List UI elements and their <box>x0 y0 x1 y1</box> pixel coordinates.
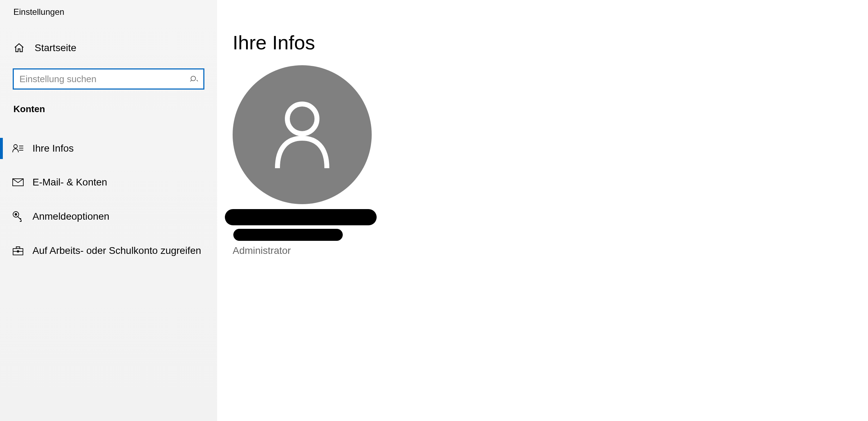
sidebar-item-label: Ihre Infos <box>32 143 74 154</box>
person-icon <box>270 99 334 170</box>
sidebar-item-work-school[interactable]: Auf Arbeits- oder Schulkonto zugreifen <box>0 237 217 264</box>
briefcase-icon <box>10 245 32 256</box>
svg-rect-13 <box>17 251 19 252</box>
home-button[interactable]: Startseite <box>0 37 217 59</box>
sidebar-item-email-accounts[interactable]: E-Mail- & Konten <box>0 169 217 196</box>
category-label: Konten <box>0 104 217 115</box>
redacted-line <box>233 229 343 241</box>
sidebar-item-your-info[interactable]: Ihre Infos <box>0 135 217 162</box>
mail-icon <box>10 178 32 187</box>
home-label: Startseite <box>35 42 76 54</box>
sidebar: Einstellungen Startseite Konten <box>0 0 217 421</box>
search-input[interactable] <box>13 68 204 90</box>
redacted-user-name <box>225 209 868 241</box>
avatar <box>233 65 372 204</box>
page-title: Ihre Infos <box>233 31 868 54</box>
redacted-line <box>225 209 377 225</box>
sidebar-item-sign-in-options[interactable]: Anmeldeoptionen <box>0 203 217 230</box>
sidebar-item-label: E-Mail- & Konten <box>32 177 107 188</box>
svg-point-10 <box>15 214 17 215</box>
account-role: Administrator <box>233 245 868 256</box>
svg-point-14 <box>287 104 317 134</box>
sidebar-item-label: Anmeldeoptionen <box>32 211 109 222</box>
main-content: Ihre Infos Administrator <box>217 0 868 421</box>
svg-point-4 <box>14 145 17 148</box>
sidebar-item-label: Auf Arbeits- oder Schulkonto zugreifen <box>32 245 201 256</box>
key-icon <box>10 210 32 222</box>
home-icon <box>13 42 35 54</box>
your-info-icon <box>10 143 32 154</box>
search-field-wrap <box>13 68 204 90</box>
app-title: Einstellungen <box>0 4 217 17</box>
